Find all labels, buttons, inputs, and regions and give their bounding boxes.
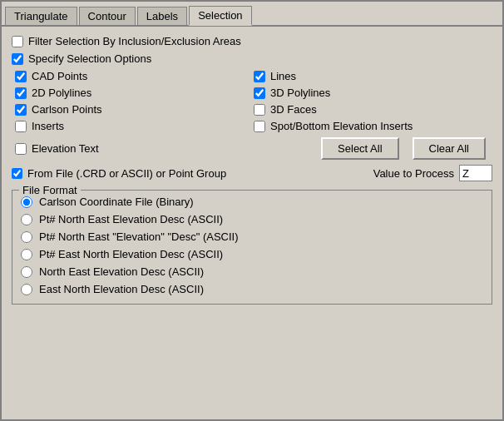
clear-all-button[interactable]: Clear All: [413, 137, 486, 160]
carlson-points-item: Carlson Points: [15, 103, 254, 116]
specify-selection-checkbox[interactable]: [12, 53, 23, 65]
value-to-process-input[interactable]: [459, 165, 492, 181]
lines-checkbox[interactable]: [254, 71, 265, 82]
elevation-text-checkbox[interactable]: [15, 143, 27, 155]
select-all-button[interactable]: Select All: [321, 137, 398, 160]
from-file-label[interactable]: From File (.CRD or ASCII) or Point Group: [27, 167, 226, 180]
spot-bottom-label[interactable]: Spot/Bottom Elevation Inserts: [270, 120, 413, 132]
radio-pt-north-east-quoted[interactable]: [21, 231, 32, 243]
faces-3d-label[interactable]: 3D Faces: [270, 103, 317, 116]
button-group: Select All Clear All: [321, 137, 492, 160]
radio-item-5: East North Elevation Desc (ASCII): [21, 283, 483, 295]
radio-carlson-binary-label[interactable]: Carlson Coordinate File (Binary): [39, 196, 194, 208]
file-format-legend: File Format: [19, 184, 81, 196]
content-area: Filter Selection By Inclusion/Exclusion …: [2, 27, 502, 419]
file-format-group: File Format Carlson Coordinate File (Bin…: [12, 190, 492, 305]
tab-contour[interactable]: Contour: [79, 7, 136, 26]
polylines-2d-label[interactable]: 2D Polylines: [32, 87, 91, 99]
polylines-3d-checkbox[interactable]: [254, 87, 265, 99]
carlson-points-label[interactable]: Carlson Points: [32, 103, 102, 116]
radio-east-north-elev[interactable]: [21, 284, 32, 295]
radio-pt-east-north[interactable]: [21, 249, 32, 260]
cad-points-label[interactable]: CAD Points: [32, 70, 87, 82]
specify-selection-label[interactable]: Specify Selection Options: [28, 52, 151, 65]
tab-labels[interactable]: Labels: [137, 7, 187, 26]
polylines-3d-item: 3D Polylines: [254, 87, 492, 99]
radio-pt-east-north-label[interactable]: Pt# East North Elevation Desc (ASCII): [39, 248, 223, 260]
inserts-item: Inserts: [15, 120, 254, 132]
from-file-row: From File (.CRD or ASCII) or Point Group…: [12, 165, 492, 181]
inserts-checkbox[interactable]: [15, 121, 27, 132]
carlson-points-checkbox[interactable]: [15, 104, 27, 116]
radio-item-2: Pt# North East "Elevation" "Desc" (ASCII…: [21, 230, 483, 243]
faces-3d-item: 3D Faces: [254, 103, 492, 116]
radio-pt-north-east-elev[interactable]: [21, 214, 32, 225]
lines-label[interactable]: Lines: [270, 70, 296, 82]
tab-selection[interactable]: Selection: [189, 6, 251, 26]
radio-pt-north-east-elev-label[interactable]: Pt# North East Elevation Desc (ASCII): [39, 213, 223, 225]
polylines-2d-checkbox[interactable]: [15, 87, 27, 99]
filter-selection-label[interactable]: Filter Selection By Inclusion/Exclusion …: [28, 35, 241, 47]
specify-selection-row: Specify Selection Options: [12, 52, 492, 65]
faces-3d-checkbox[interactable]: [254, 104, 265, 116]
radio-carlson-binary[interactable]: [21, 196, 32, 208]
elevation-buttons-row: Elevation Text Select All Clear All: [15, 137, 492, 160]
spot-bottom-checkbox[interactable]: [254, 121, 265, 132]
tab-triangulate[interactable]: Triangulate: [5, 7, 77, 26]
radio-item-0: Carlson Coordinate File (Binary): [21, 196, 483, 208]
radio-item-4: North East Elevation Desc (ASCII): [21, 265, 483, 278]
radio-item-3: Pt# East North Elevation Desc (ASCII): [21, 248, 483, 260]
lines-item: Lines: [254, 70, 492, 82]
radio-east-north-elev-label[interactable]: East North Elevation Desc (ASCII): [39, 283, 204, 295]
radio-north-east-elev-label[interactable]: North East Elevation Desc (ASCII): [39, 265, 204, 278]
inserts-label[interactable]: Inserts: [32, 120, 64, 132]
radio-north-east-elev[interactable]: [21, 266, 32, 278]
radio-pt-north-east-quoted-label[interactable]: Pt# North East "Elevation" "Desc" (ASCII…: [39, 230, 239, 243]
cad-points-item: CAD Points: [15, 70, 254, 82]
value-to-process-label: Value to Process: [373, 167, 454, 180]
filter-selection-row: Filter Selection By Inclusion/Exclusion …: [12, 35, 492, 47]
tab-bar: Triangulate Contour Labels Selection: [2, 2, 502, 27]
main-container: Triangulate Contour Labels Selection Fil…: [0, 0, 504, 421]
checkbox-grid: CAD Points Lines 2D Polylines 3D Polylin…: [15, 70, 492, 132]
radio-item-1: Pt# North East Elevation Desc (ASCII): [21, 213, 483, 225]
polylines-3d-label[interactable]: 3D Polylines: [270, 87, 330, 99]
elevation-text-item: Elevation Text: [15, 142, 99, 155]
from-file-checkbox[interactable]: [12, 168, 22, 179]
elevation-text-label[interactable]: Elevation Text: [32, 142, 99, 155]
cad-points-checkbox[interactable]: [15, 71, 27, 82]
polylines-2d-item: 2D Polylines: [15, 87, 254, 99]
filter-selection-checkbox[interactable]: [12, 36, 23, 47]
spot-bottom-item: Spot/Bottom Elevation Inserts: [254, 120, 492, 132]
